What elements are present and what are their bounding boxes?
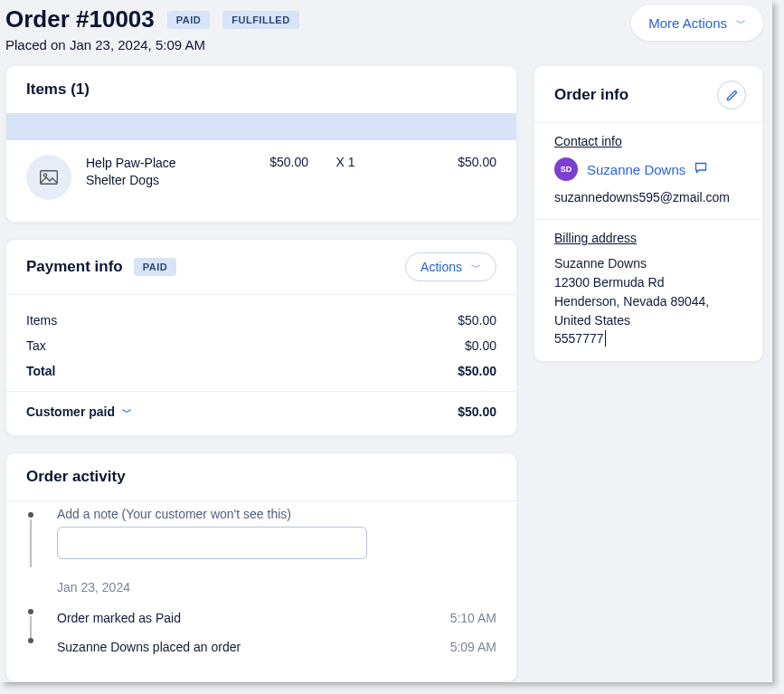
activity-card: Order activity Add a note (Your customer…	[5, 452, 517, 682]
payment-actions-label: Actions	[420, 260, 462, 274]
payment-tax-label: Tax	[26, 338, 46, 353]
payment-total-label: Total	[26, 364, 55, 378]
placed-on-text: Placed on Jan 23, 2024, 5:09 AM	[5, 37, 299, 52]
activity-event-time: 5:10 AM	[450, 611, 496, 625]
items-selection-bar	[6, 113, 516, 140]
payment-tax-value: $0.00	[465, 338, 496, 353]
chat-icon[interactable]	[694, 162, 707, 176]
billing-phone: 5557777	[554, 330, 606, 347]
contact-info-heading: Contact info	[554, 134, 622, 148]
activity-date: Jan 23, 2024	[26, 562, 496, 604]
activity-event-text: Order marked as Paid	[57, 611, 181, 625]
billing-street: 12300 Bermuda Rd	[554, 273, 744, 292]
billing-city: Henderson, Nevada 89044, United States	[554, 292, 744, 330]
svg-point-1	[43, 174, 46, 176]
contact-email: suzannedowns595@zmail.com	[554, 190, 744, 204]
customer-paid-value: $50.00	[458, 404, 496, 419]
customer-paid-label: Customer paid	[26, 404, 115, 419]
timeline-line	[30, 519, 32, 567]
add-note-label: Add a note (Your customer won't see this…	[57, 507, 496, 521]
timeline-dot	[28, 512, 33, 518]
avatar: SD	[554, 157, 578, 181]
payment-paid-badge: PAID	[134, 258, 176, 276]
svg-rect-0	[41, 171, 58, 185]
edit-order-info-button[interactable]	[717, 81, 746, 109]
timeline-dot	[28, 638, 33, 643]
item-qty: X 1	[323, 155, 368, 169]
item-thumbnail	[26, 155, 71, 200]
order-info-title: Order info	[554, 86, 628, 104]
image-icon	[40, 170, 58, 185]
item-name: Help Paw-Place Shelter Dogs	[86, 155, 203, 189]
activity-title: Order activity	[6, 453, 516, 500]
activity-event-time: 5:09 AM	[450, 640, 496, 654]
order-title: Order #10003	[5, 5, 155, 33]
payment-total-value: $50.00	[458, 364, 496, 378]
item-row[interactable]: Help Paw-Place Shelter Dogs $50.00 X 1 $…	[6, 140, 516, 222]
item-unit-price: $50.00	[218, 155, 308, 169]
payment-card: Payment info PAID Actions ﹀ Items $50.00…	[5, 239, 517, 436]
payment-items-label: Items	[26, 313, 57, 328]
chevron-down-icon: ﹀	[736, 16, 746, 30]
customer-paid-toggle[interactable]: Customer paid ﹀	[26, 404, 132, 419]
contact-name-link[interactable]: Suzanne Downs	[587, 162, 685, 177]
more-actions-label: More Actions	[648, 15, 727, 31]
payment-items-value: $50.00	[458, 313, 496, 328]
items-card-title: Items (1)	[6, 66, 516, 113]
payment-title: Payment info	[26, 258, 123, 276]
timeline-dot	[28, 609, 33, 614]
pencil-icon	[725, 89, 739, 102]
more-actions-button[interactable]: More Actions ﹀	[631, 5, 763, 41]
items-card: Items (1) Help Paw-Place Shelter Dogs $5…	[5, 65, 517, 223]
payment-actions-button[interactable]: Actions ﹀	[405, 252, 496, 281]
billing-name: Suzanne Downs	[554, 254, 744, 273]
item-line-total: $50.00	[383, 155, 496, 169]
paid-badge: PAID	[167, 11, 210, 29]
activity-event-text: Suzanne Downs placed an order	[57, 640, 241, 654]
chevron-down-icon: ﹀	[122, 405, 132, 419]
fulfilled-badge: FULFILLED	[222, 11, 298, 29]
order-header: Order #10003 PAID FULFILLED Placed on Ja…	[5, 0, 763, 65]
order-info-card: Order info Contact info SD Suzanne Downs	[534, 65, 763, 362]
chevron-down-icon: ﹀	[471, 261, 481, 274]
billing-address-heading: Billing address	[554, 231, 637, 245]
add-note-input[interactable]	[57, 527, 367, 559]
